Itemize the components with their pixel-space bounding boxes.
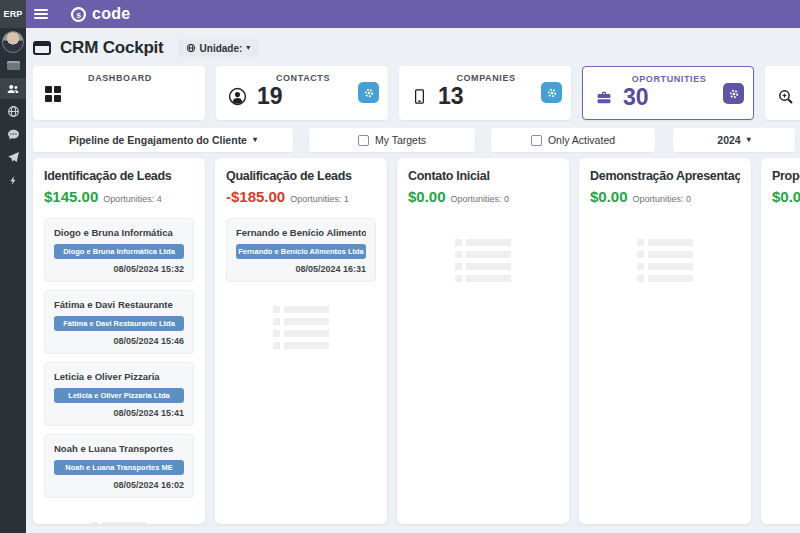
kpi-card-contacts[interactable]: CONTACTS 19 <box>216 66 388 120</box>
column-contato-inicial: Contato Inicial $0.00 Oportunities: 0 <box>397 158 569 524</box>
topbar: ERP s code <box>0 0 800 28</box>
gear-icon <box>363 87 375 99</box>
erp-logo: ERP <box>0 0 26 28</box>
kpi-value: 30 <box>623 86 649 109</box>
kpi-value: 19 <box>257 85 283 108</box>
column-amount: $0.00 <box>590 188 628 205</box>
companies-settings-button[interactable] <box>541 82 562 103</box>
contact-person-icon <box>228 87 247 106</box>
column-amount: -$185.00 <box>226 188 285 205</box>
thumbnail-icon <box>7 61 20 70</box>
kpi-label: COMPANIES <box>411 73 561 83</box>
globe-icon <box>7 105 20 118</box>
lead-name: Diogo e Bruna Informática <box>54 227 184 238</box>
my-targets-checkbox[interactable]: My Targets <box>309 128 475 152</box>
lead-name: Fernando e Benício Alimentos <box>236 227 366 238</box>
lead-card[interactable]: Noah e Luana Transportes Noah e Luana Tr… <box>44 434 194 498</box>
user-avatar[interactable] <box>2 31 24 53</box>
lead-card[interactable]: Leticia e Oliver Pizzaria Leticia e Oliv… <box>44 362 194 426</box>
sidebar-item-bolt[interactable] <box>0 170 26 191</box>
oportunities-settings-button[interactable] <box>723 83 744 104</box>
column-title: Identificação de Leads <box>44 169 194 183</box>
kpi-label: OPORTUNITIES <box>595 74 743 84</box>
column-opportunities-count: Oportunities: 0 <box>451 194 510 204</box>
kpi-label: PR <box>777 73 800 83</box>
chevron-down-icon: ▾ <box>246 44 250 52</box>
chevron-down-icon: ▾ <box>747 136 751 144</box>
kpi-row: DASHBOARD CONTACTS 19 <box>33 66 800 120</box>
pipeline-board: Identificação de Leads $145.00 Oportunit… <box>33 158 800 524</box>
pipeline-dropdown[interactable]: Pipeline de Engajamento do Cliente ▾ <box>33 128 293 152</box>
gear-icon <box>546 87 558 99</box>
lead-name: Leticia e Oliver Pizzaria <box>54 371 184 382</box>
lead-date: 08/05/2024 15:46 <box>54 336 184 346</box>
column-opportunities-count: Oportunities: 0 <box>633 194 692 204</box>
kpi-card-companies[interactable]: COMPANIES 13 <box>399 66 571 120</box>
only-activated-checkbox[interactable]: Only Activated <box>491 128 655 152</box>
search-plus-icon <box>777 88 795 106</box>
kpi-label: DASHBOARD <box>45 73 195 83</box>
sidebar-item-chat[interactable] <box>0 124 26 145</box>
company-badge: Diogo e Bruna Informática Ltda <box>54 244 184 259</box>
sidebar-item-globe[interactable] <box>0 101 26 122</box>
sidebar <box>0 28 26 533</box>
tablet-icon <box>411 87 428 106</box>
company-badge: Fátima e Davi Restaurante Ltda <box>54 316 184 331</box>
chat-icon <box>7 128 20 141</box>
hamburger-menu-icon[interactable] <box>34 9 48 19</box>
company-badge: Leticia e Oliver Pizzaria Ltda <box>54 388 184 403</box>
column-opportunities-count: Oportunities: 1 <box>290 194 349 204</box>
company-badge: Noah e Luana Transportes ME <box>54 460 184 475</box>
grid-icon <box>45 86 61 102</box>
column-amount: $145.00 <box>44 188 98 205</box>
lead-date: 08/05/2024 15:32 <box>54 264 184 274</box>
sidebar-item-thumbnail[interactable] <box>0 55 26 76</box>
column-opportunities-count: Oportunities: 4 <box>103 194 162 204</box>
lead-card[interactable]: Diogo e Bruna Informática Diogo e Bruna … <box>44 218 194 282</box>
lead-date: 08/05/2024 16:02 <box>54 480 184 490</box>
sidebar-item-users[interactable] <box>0 78 26 99</box>
kpi-card-dashboard[interactable]: DASHBOARD <box>33 66 205 120</box>
brand-logo: s code <box>70 5 131 23</box>
column-demonstracao-apresentacao: Demonstração Apresentação $0.00 Oportuni… <box>579 158 751 524</box>
kpi-card-partial[interactable]: PR Lis Po <box>765 66 800 120</box>
lead-card[interactable]: Fátima e Davi Restaurante Fátima e Davi … <box>44 290 194 354</box>
unit-dropdown[interactable]: Unidade: ▾ <box>178 39 259 57</box>
filter-row: Pipeline de Engajamento do Cliente ▾ My … <box>33 128 800 152</box>
pipeline-label: Pipeline de Engajamento do Cliente <box>69 134 247 146</box>
lightning-icon <box>8 174 19 187</box>
my-targets-label: My Targets <box>375 134 426 146</box>
column-title: Qualificação de Leads <box>226 169 376 183</box>
contacts-settings-button[interactable] <box>358 82 379 103</box>
column-title: Contato Inicial <box>408 169 558 183</box>
lead-name: Fátima e Davi Restaurante <box>54 299 184 310</box>
empty-list-placeholder <box>91 522 147 524</box>
year-dropdown[interactable]: 2024 ▾ <box>673 128 795 152</box>
sidebar-item-send[interactable] <box>0 147 26 168</box>
brand-circle-icon: s <box>70 6 87 23</box>
column-amount: $0.00 <box>408 188 446 205</box>
lead-card[interactable]: Fernando e Benício Alimentos Fernando e … <box>226 218 376 282</box>
unit-label: Unidade: <box>200 43 243 54</box>
brand-name: code <box>92 5 131 23</box>
lead-date: 08/05/2024 16:31 <box>236 264 366 274</box>
svg-text:s: s <box>76 9 81 19</box>
kpi-card-oportunities[interactable]: OPORTUNITIES 30 <box>582 66 754 120</box>
globe-small-icon <box>186 43 196 53</box>
lead-name: Noah e Luana Transportes <box>54 443 184 454</box>
chevron-down-icon: ▾ <box>253 136 257 144</box>
column-title: Proposta <box>772 169 800 183</box>
empty-list-placeholder <box>273 306 329 349</box>
column-proposta: Proposta $0.00 Oportunities: 0 <box>761 158 800 524</box>
column-amount: $0.00 <box>772 188 800 205</box>
kpi-value: 13 <box>438 85 464 108</box>
page-header: CRM Cockpit Unidade: ▾ <box>33 35 800 61</box>
column-identificacao-de-leads: Identificação de Leads $145.00 Oportunit… <box>33 158 205 524</box>
column-qualificacao-de-leads: Qualificação de Leads -$185.00 Oportunit… <box>215 158 387 524</box>
page-title: CRM Cockpit <box>60 38 164 58</box>
company-badge: Fernando e Benício Alimentos Ltda <box>236 244 366 259</box>
empty-list-placeholder <box>455 239 511 282</box>
only-activated-label: Only Activated <box>548 134 615 146</box>
year-label: 2024 <box>717 134 740 146</box>
users-icon <box>6 82 20 96</box>
